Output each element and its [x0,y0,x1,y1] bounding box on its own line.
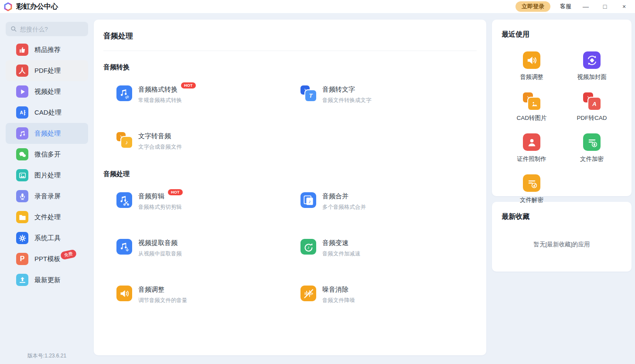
favorites-title: 最新收藏 [502,212,622,221]
audio-to-text-icon: ↘T [300,85,316,101]
app-audio-to-text[interactable]: ↘T 音频转文字 音频文件转换成文字 [300,85,477,104]
image-icon [16,169,28,181]
sidebar-item-label: 精品推荐 [34,46,61,54]
sidebar-item-recording[interactable]: 录音录屏 [6,186,88,207]
file-decrypt-icon [523,174,540,192]
app-audio-volume[interactable]: 音频调整 调节音频文件的音量 [116,286,300,304]
sidebar-item-files[interactable]: 文件处理 [6,207,88,228]
maximize-button[interactable]: □ [600,3,610,10]
sidebar-item-wechat[interactable]: 微信多开 [6,144,88,165]
svg-text:A: A [20,110,23,115]
ppt-icon: P [16,253,28,265]
app-desc: 文字合成音频文件 [138,143,182,151]
app-text: 音频转文字 音频文件转换成文字 [322,85,372,104]
titlebar-actions: 立即登录 客服 — □ × [516,1,629,12]
sidebar-item-cad[interactable]: A CAD处理 [6,102,88,123]
section-title-audio-process: 音频处理 [103,170,477,178]
sidebar-item-system-tools[interactable]: 系统工具 [6,228,88,248]
recent-used-card: 最近使用 音频调整 视频加封面 [492,20,632,196]
sidebar-item-label: PDF处理 [34,67,61,75]
sidebar: 精品推荐 人 PDF处理 视频处理 A CAD处理 [0,13,94,364]
video-extract-audio-icon [116,239,132,255]
app-name: 视频提取音频 [138,239,178,247]
recent-app-label: 证件照制作 [517,155,546,163]
sidebar-item-audio[interactable]: 音频处理 [6,123,88,144]
text-to-audio-icon: ↘♪ [116,132,132,148]
sidebar-item-label: 音频处理 [34,129,61,138]
app-text: 音频格式转换 HOT 常规音频格式转换 [138,85,196,104]
recent-app-label: 视频加封面 [577,73,607,81]
recent-app-audio-volume[interactable]: 音频调整 [502,51,562,81]
sidebar-item-featured[interactable]: 精品推荐 [6,39,88,60]
sidebar-item-ppt-templates[interactable]: P PPT模板 免费 [6,248,88,269]
sidebar-item-label: 最新更新 [34,276,61,284]
search-box[interactable] [6,22,88,36]
audio-convert-icon [116,85,132,101]
recent-app-label: CAD转图片 [516,114,546,122]
favorites-card: 最新收藏 暂无[最新收藏]的应用 [492,202,632,272]
app-video-extract-audio[interactable]: 视频提取音频 从视频中提取音频 [116,239,300,258]
recent-app-pdf-to-cad[interactable]: ↘A PDF转CAD [562,92,622,122]
app-name: 文字转音频 [138,132,171,140]
sidebar-item-label: 视频处理 [34,88,61,96]
sidebar-item-label: 文件处理 [34,213,61,221]
recent-app-video-cover[interactable]: 视频加封面 [562,51,622,81]
app-desc: 音频文件加减速 [322,250,361,258]
recent-app-cad-to-image[interactable]: ↘ CAD转图片 [502,92,562,122]
file-encrypt-icon [583,133,601,151]
app-audio-speed[interactable]: ♪ 音频变速 音频文件加减速 [300,239,477,258]
minimize-button[interactable]: — [581,3,591,10]
free-badge: 免费 [60,249,77,260]
sidebar-item-pdf[interactable]: 人 PDF处理 [6,60,88,81]
app-text-to-audio[interactable]: ↘♪ 文字转音频 文字合成音频文件 [116,132,300,151]
audio-volume-icon [116,286,132,301]
app-audio-format-convert[interactable]: 音频格式转换 HOT 常规音频格式转换 [116,85,300,104]
app-audio-cut[interactable]: 音频剪辑 HOT 音频格式剪切剪辑 [116,192,300,211]
svg-text:♪: ♪ [307,245,309,250]
titlebar: 彩虹办公中心 立即登录 客服 — □ × [0,0,635,13]
sidebar-item-label: 微信多开 [34,150,61,159]
app-logo-icon [3,2,13,11]
recent-app-label: 音频调整 [520,73,543,81]
hot-badge: HOT [181,82,196,88]
cad-ruler-icon: A [16,106,28,119]
app-name: 音频格式转换 [138,85,178,94]
recent-app-id-photo[interactable]: 证件照制作 [502,133,562,163]
search-input[interactable] [20,26,81,33]
pdf-icon: 人 [16,65,28,77]
app-noise-reduction[interactable]: 噪音消除 音频文件降噪 [300,286,477,304]
sidebar-item-updates[interactable]: 最新更新 [6,269,88,290]
thumbs-up-icon [16,44,28,56]
audio-merge-icon: ♪ [300,192,316,208]
audio-cut-icon [116,192,132,208]
section-title-audio-convert: 音频转换 [103,63,477,71]
app-name: 音频调整 [138,286,164,294]
sidebar-item-video[interactable]: 视频处理 [6,81,88,102]
right-column: 最近使用 音频调整 视频加封面 [492,20,632,364]
sidebar-item-image[interactable]: 图片处理 [6,165,88,186]
noise-reduction-icon [300,286,316,301]
app-text: 音频变速 音频文件加减速 [322,239,361,258]
support-link[interactable]: 客服 [560,3,571,10]
wechat-icon [16,148,28,160]
recent-app-file-encrypt[interactable]: 文件加密 [562,133,622,163]
page-title: 音频处理 [103,31,477,51]
recent-used-title: 最近使用 [502,30,622,39]
app-name: 音频合并 [322,192,348,201]
app-text: 视频提取音频 从视频中提取音频 [138,239,182,258]
svg-text:♪: ♪ [308,198,311,204]
app-grid-audio-process: 音频剪辑 HOT 音频格式剪切剪辑 ♪ 音频合并 多个 [116,192,477,304]
app-name: 噪音消除 [322,286,348,294]
app-desc: 常规音频格式转换 [138,97,196,104]
sidebar-item-label: 系统工具 [34,234,61,242]
recent-app-file-decrypt[interactable]: 文件解密 [502,174,562,204]
close-button[interactable]: × [619,3,629,10]
gear-icon [16,232,28,244]
login-button[interactable]: 立即登录 [516,1,550,12]
video-cover-icon [583,51,601,69]
upload-icon [16,274,28,286]
app-name: 音频变速 [322,239,348,247]
app-text: 文字转音频 文字合成音频文件 [138,132,182,151]
app-audio-merge[interactable]: ♪ 音频合并 多个音频格式合并 [300,192,477,211]
microphone-icon [16,190,28,202]
